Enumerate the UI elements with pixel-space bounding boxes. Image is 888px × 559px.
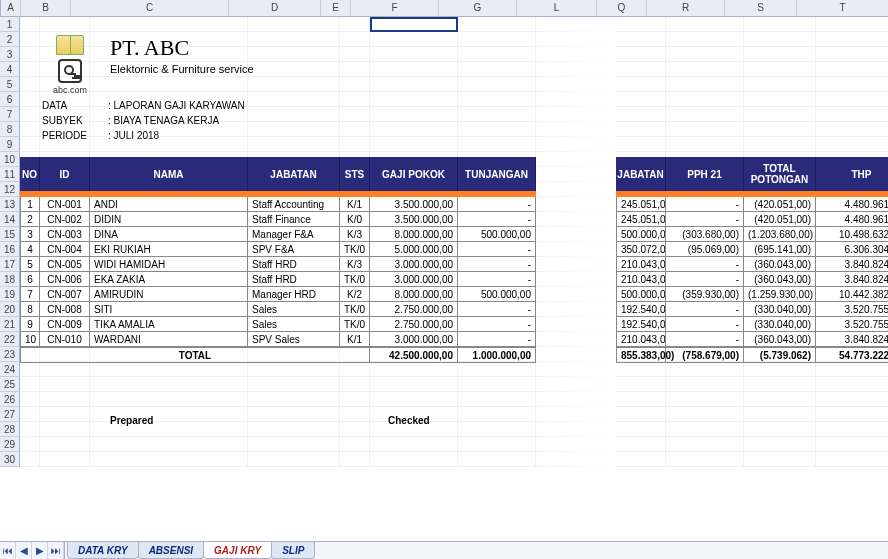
cell[interactable]: - [458, 212, 536, 227]
cell[interactable]: Staff Accounting [248, 197, 340, 212]
cell[interactable]: (1.259.930,00) [744, 287, 816, 302]
cell[interactable]: SPV F&A [248, 242, 340, 257]
cell[interactable]: CN-002 [40, 212, 90, 227]
cell[interactable]: 3.840.824,00 [816, 332, 888, 347]
cell[interactable]: 3.840.824,00 [816, 272, 888, 287]
cell[interactable]: (360.043,00) [744, 272, 816, 287]
cell[interactable]: Sales [248, 302, 340, 317]
column-header-Q[interactable]: Q [597, 0, 647, 16]
cell[interactable]: Staff HRD [248, 257, 340, 272]
cell[interactable]: 3.500.000,00 [370, 197, 458, 212]
row-header-8[interactable]: 8 [0, 122, 20, 137]
cell[interactable]: - [666, 257, 744, 272]
row-header-23[interactable]: 23 [0, 347, 20, 362]
cell[interactable]: CN-009 [40, 317, 90, 332]
cell[interactable]: 2.750.000,00 [370, 317, 458, 332]
cell[interactable]: 10.442.382,00 [816, 287, 888, 302]
sheet-nav-first[interactable]: ⏮ [0, 542, 16, 559]
cell[interactable]: (420.051,00) [744, 197, 816, 212]
cell[interactable]: - [458, 197, 536, 212]
row-header-10[interactable]: 10 [0, 152, 20, 167]
row-header-18[interactable]: 18 [0, 272, 20, 287]
cell[interactable]: 350.072,00) [616, 242, 666, 257]
cell[interactable]: CN-001 [40, 197, 90, 212]
cell[interactable]: (95.069,00) [666, 242, 744, 257]
cell[interactable]: 245.051,00) [616, 212, 666, 227]
row-header-13[interactable]: 13 [0, 197, 20, 212]
cell[interactable]: - [666, 332, 744, 347]
sheet-tab[interactable]: GAJI KRY [203, 542, 272, 559]
cell[interactable]: 7 [20, 287, 40, 302]
cell[interactable]: K/3 [340, 257, 370, 272]
column-header-C[interactable]: C [71, 0, 229, 16]
cell[interactable]: EKA ZAKIA [90, 272, 248, 287]
cell[interactable]: TK/0 [340, 242, 370, 257]
cell[interactable]: 4.480.961,00 [816, 212, 888, 227]
cell[interactable]: EKI RUKIAH [90, 242, 248, 257]
row-header-11[interactable]: 11 [0, 167, 20, 182]
cell[interactable]: (1.203.680,00) [744, 227, 816, 242]
cell[interactable]: CN-008 [40, 302, 90, 317]
cell[interactable]: 500.000,00 [458, 227, 536, 242]
row-header-21[interactable]: 21 [0, 317, 20, 332]
cell[interactable]: TK/0 [340, 302, 370, 317]
cell[interactable]: 210.043,00) [616, 332, 666, 347]
table-row[interactable]: 350.072,00)(95.069,00)(695.141,00)6.306.… [616, 242, 888, 257]
row-header-28[interactable]: 28 [0, 422, 20, 437]
column-header-B[interactable]: B [21, 0, 71, 16]
cell[interactable]: 5.000.000,00 [370, 242, 458, 257]
cell[interactable]: - [666, 317, 744, 332]
cell[interactable]: - [666, 302, 744, 317]
cell[interactable]: (359.930,00) [666, 287, 744, 302]
row-header-9[interactable]: 9 [0, 137, 20, 152]
row-header-2[interactable]: 2 [0, 32, 20, 47]
cell[interactable]: (303.680,00) [666, 227, 744, 242]
cell[interactable]: K/3 [340, 227, 370, 242]
cell[interactable]: 5 [20, 257, 40, 272]
cell[interactable]: 10.498.632,00 [816, 227, 888, 242]
cell[interactable]: 3.840.824,00 [816, 257, 888, 272]
cell[interactable]: 10 [20, 332, 40, 347]
cell[interactable]: 1 [20, 197, 40, 212]
cell[interactable]: K/1 [340, 332, 370, 347]
table-row[interactable]: 8CN-008SITISalesTK/02.750.000,00- [20, 302, 536, 317]
row-header-22[interactable]: 22 [0, 332, 20, 347]
table-row[interactable]: 210.043,00)-(360.043,00)3.840.824,00 [616, 257, 888, 272]
sheet-nav-next[interactable]: ▶ [32, 542, 48, 559]
cell[interactable]: CN-005 [40, 257, 90, 272]
cell[interactable]: 8.000.000,00 [370, 287, 458, 302]
table-row[interactable]: 245.051,00)-(420.051,00)4.480.961,00 [616, 197, 888, 212]
row-header-4[interactable]: 4 [0, 62, 20, 77]
cell[interactable]: CN-010 [40, 332, 90, 347]
table-row[interactable]: 245.051,00)-(420.051,00)4.480.961,00 [616, 212, 888, 227]
grid-area[interactable]: abc.com PT. ABC Elektornic & Furniture s… [20, 17, 888, 541]
sheet-tab[interactable]: ABSENSI [138, 542, 204, 559]
cell[interactable]: - [666, 212, 744, 227]
row-header-16[interactable]: 16 [0, 242, 20, 257]
cell[interactable]: K/2 [340, 287, 370, 302]
cell[interactable]: TIKA AMALIA [90, 317, 248, 332]
row-header-14[interactable]: 14 [0, 212, 20, 227]
cell[interactable]: 192.540,00) [616, 302, 666, 317]
cell[interactable]: TK/0 [340, 272, 370, 287]
cell[interactable]: CN-007 [40, 287, 90, 302]
cell[interactable]: (330.040,00) [744, 302, 816, 317]
cell[interactable]: ANDI [90, 197, 248, 212]
cell[interactable]: - [458, 332, 536, 347]
cell[interactable]: WARDANI [90, 332, 248, 347]
cell[interactable]: 3.520.755,00 [816, 302, 888, 317]
cell[interactable]: 3.000.000,00 [370, 272, 458, 287]
cell[interactable]: 4 [20, 242, 40, 257]
row-header-7[interactable]: 7 [0, 107, 20, 122]
row-header-17[interactable]: 17 [0, 257, 20, 272]
cell[interactable]: 6.306.304,00 [816, 242, 888, 257]
cell[interactable]: (420.051,00) [744, 212, 816, 227]
column-header-E[interactable]: E [321, 0, 351, 16]
cell[interactable]: - [458, 302, 536, 317]
cell[interactable]: 192.540,00) [616, 317, 666, 332]
table-row[interactable]: 192.540,00)-(330.040,00)3.520.755,00 [616, 302, 888, 317]
row-header-6[interactable]: 6 [0, 92, 20, 107]
cell[interactable]: - [458, 257, 536, 272]
table-row[interactable]: 3CN-003DINAManager F&AK/38.000.000,00500… [20, 227, 536, 242]
row-header-30[interactable]: 30 [0, 452, 20, 467]
